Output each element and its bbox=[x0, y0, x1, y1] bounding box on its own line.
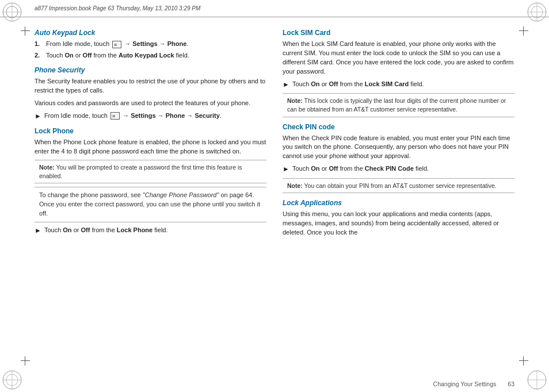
arrow-icon-1: ► bbox=[35, 112, 41, 121]
lock-applications-title: Lock Applications bbox=[283, 199, 514, 207]
note-label-1: Note: bbox=[39, 164, 55, 171]
note-text-2: This lock code is typically the last fou… bbox=[287, 97, 506, 113]
phone-security-bullet: ► From Idle mode, touch → Settings → Pho… bbox=[35, 112, 266, 121]
lock-sim-note: Note: This lock code is typically the la… bbox=[283, 93, 514, 117]
left-column: Auto Keypad Lock 1. From Idle mode, touc… bbox=[35, 18, 266, 375]
footer-label: Changing Your Settings bbox=[433, 381, 497, 387]
check-pin-title: Check PIN code bbox=[283, 123, 514, 131]
menu-icon-2 bbox=[110, 112, 120, 120]
phone-security-bullet-text: From Idle mode, touch → Settings → Phone… bbox=[44, 112, 222, 121]
footer-page-number: 63 bbox=[508, 381, 514, 387]
note-label-3: Note: bbox=[287, 182, 303, 189]
step-1-text: From Idle mode, touch → Settings → Phone… bbox=[46, 40, 188, 49]
crosshair-br bbox=[519, 356, 528, 366]
lock-sim-bullet: ► Touch On or Off from the Lock SIM Card… bbox=[283, 80, 514, 90]
crosshair-tr bbox=[519, 26, 528, 36]
step-1: 1. From Idle mode, touch → Settings → Ph… bbox=[35, 40, 266, 49]
main-content: Auto Keypad Lock 1. From Idle mode, touc… bbox=[35, 18, 514, 375]
phone-security-title: Phone Security bbox=[35, 66, 266, 74]
lock-phone-para: When the Phone Lock phone feature is ena… bbox=[35, 138, 266, 156]
lock-applications-para: Using this menu, you can lock your appli… bbox=[283, 210, 514, 237]
lock-phone-bullet-text: Touch On or Off from the Lock Phone fiel… bbox=[44, 226, 168, 235]
note-text-1: You will be prompted to create a passwor… bbox=[39, 164, 242, 179]
arrow-icon-2: ► bbox=[35, 226, 41, 236]
crosshair-tl bbox=[21, 26, 30, 36]
check-pin-bullet-text: Touch On or Off from the Check PIN Code … bbox=[292, 164, 429, 174]
change-box-text: To change the phone password, see "Chang… bbox=[39, 191, 260, 217]
lock-sim-bullet-text: Touch On or Off from the Lock SIM Card f… bbox=[292, 80, 424, 89]
lock-applications-section: Lock Applications Using this menu, you c… bbox=[283, 199, 514, 237]
step-1-num: 1. bbox=[35, 40, 43, 49]
crosshair-bl bbox=[21, 356, 30, 366]
check-pin-section: Check PIN code When the Check PIN code f… bbox=[283, 123, 514, 194]
lock-phone-note: Note: You will be prompted to create a p… bbox=[35, 160, 266, 183]
right-column: Lock SIM Card When the Lock SIM Card fea… bbox=[283, 18, 514, 375]
arrow-icon-4: ► bbox=[283, 164, 289, 174]
step-2: 2. Touch On or Off from the Auto Keypad … bbox=[35, 51, 266, 60]
lock-sim-section: Lock SIM Card When the Lock SIM Card fea… bbox=[283, 29, 514, 117]
check-pin-para: When the Check PIN code feature is enabl… bbox=[283, 134, 514, 162]
page: a877 Impression.book Page 63 Thursday, M… bbox=[0, 0, 549, 392]
menu-icon-1 bbox=[112, 41, 121, 48]
note-text-3: You can obtain your PIN from an AT&T cus… bbox=[303, 182, 497, 189]
lock-phone-bullet: ► Touch On or Off from the Lock Phone fi… bbox=[35, 226, 266, 236]
header-text: a877 Impression.book Page 63 Thursday, M… bbox=[35, 5, 200, 11]
auto-keypad-lock-section: Auto Keypad Lock 1. From Idle mode, touc… bbox=[35, 29, 266, 60]
change-password-box: To change the phone password, see "Chang… bbox=[35, 187, 266, 222]
note-label-2: Note: bbox=[287, 97, 303, 104]
lock-sim-title: Lock SIM Card bbox=[283, 29, 514, 37]
phone-security-para1: The Security feature enables you to rest… bbox=[35, 77, 266, 95]
phone-security-para2: Various codes and passwords are used to … bbox=[35, 99, 266, 108]
step-2-num: 2. bbox=[35, 51, 43, 60]
check-pin-bullet: ► Touch On or Off from the Check PIN Cod… bbox=[283, 164, 514, 174]
arrow-icon-3: ► bbox=[283, 80, 289, 90]
auto-keypad-lock-title: Auto Keypad Lock bbox=[35, 29, 266, 37]
lock-sim-para: When the Lock SIM Card feature is enable… bbox=[283, 40, 514, 76]
header-bar: a877 Impression.book Page 63 Thursday, M… bbox=[0, 0, 549, 17]
check-pin-note: Note: You can obtain your PIN from an AT… bbox=[283, 178, 514, 194]
phone-security-section: Phone Security The Security feature enab… bbox=[35, 66, 266, 121]
footer-bar: Changing Your Settings 63 bbox=[0, 376, 549, 392]
lock-phone-title: Lock Phone bbox=[35, 127, 266, 135]
step-2-text: Touch On or Off from the Auto Keypad Loc… bbox=[46, 51, 189, 60]
lock-phone-section: Lock Phone When the Phone Lock phone fea… bbox=[35, 127, 266, 236]
